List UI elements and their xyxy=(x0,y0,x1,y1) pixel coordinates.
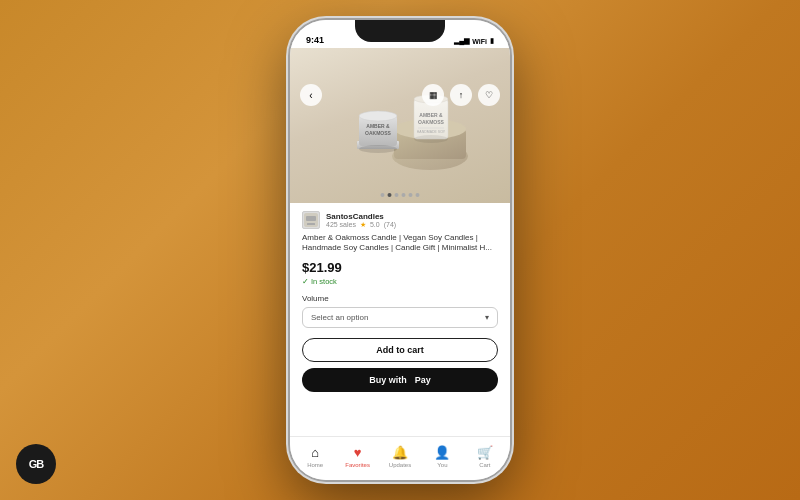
dot-5 xyxy=(409,193,413,197)
dot-3 xyxy=(395,193,399,197)
bottom-nav: ⌂ Home ♥ Favorites 🔔 Updates 👤 You 🛒 Car… xyxy=(290,436,510,480)
updates-icon: 🔔 xyxy=(392,445,408,460)
signal-icon: ▂▄▆ xyxy=(454,37,469,45)
candles-svg: AMBER & OAKMOSS HANDMADE SOY AMBER & OAK… xyxy=(310,61,490,191)
pay-label: Pay xyxy=(415,375,431,385)
nav-favorites-label: Favorites xyxy=(345,462,370,468)
price-section: $21.99 ✓ In stock xyxy=(290,260,510,288)
seller-row: SantosCandles 425 sales ★ 5.0 (74) xyxy=(290,203,510,233)
nav-cart-label: Cart xyxy=(479,462,490,468)
svg-point-13 xyxy=(359,111,397,121)
nav-favorites[interactable]: ♥ Favorites xyxy=(336,445,378,468)
heart-icon: ♡ xyxy=(485,90,493,100)
buttons-section: Add to cart Buy with Pay xyxy=(290,332,510,396)
share-button[interactable]: ↑ xyxy=(450,84,472,106)
home-icon: ⌂ xyxy=(311,445,319,460)
dot-1 xyxy=(381,193,385,197)
svg-text:OAKMOSS: OAKMOSS xyxy=(418,119,445,125)
svg-text:OAKMOSS: OAKMOSS xyxy=(365,130,392,136)
back-button[interactable]: ‹ xyxy=(300,84,322,106)
nav-home-label: Home xyxy=(307,462,323,468)
favorites-icon: ♥ xyxy=(354,445,362,460)
favorite-button[interactable]: ♡ xyxy=(478,84,500,106)
cast-icon: ▦ xyxy=(429,90,438,100)
svg-text:HANDMADE SOY: HANDMADE SOY xyxy=(417,130,446,134)
seller-rating: 5.0 xyxy=(370,221,380,228)
svg-rect-18 xyxy=(306,216,316,221)
nav-updates[interactable]: 🔔 Updates xyxy=(379,445,421,468)
nav-cart[interactable]: 🛒 Cart xyxy=(464,445,506,468)
top-actions: ▦ ↑ ♡ xyxy=(422,84,500,106)
rating-star: ★ xyxy=(360,221,366,229)
product-image-area: ‹ ▦ ↑ ♡ xyxy=(290,48,510,203)
buy-with-label: Buy with xyxy=(369,375,407,385)
nav-you-label: You xyxy=(437,462,447,468)
product-title: Amber & Oakmoss Candle | Vegan Soy Candl… xyxy=(290,233,510,260)
dot-2 xyxy=(388,193,392,197)
chevron-down-icon: ▾ xyxy=(485,313,489,322)
back-icon: ‹ xyxy=(309,90,312,101)
phone-frame: 9:41 ▂▄▆ WiFi ▮ ‹ ▦ ↑ ♡ xyxy=(290,20,510,480)
svg-point-16 xyxy=(359,145,397,153)
buy-with-pay-button[interactable]: Buy with Pay xyxy=(302,368,498,392)
nav-updates-label: Updates xyxy=(389,462,411,468)
volume-placeholder: Select an option xyxy=(311,313,368,322)
product-info: SantosCandles 425 sales ★ 5.0 (74) Amber… xyxy=(290,203,510,436)
notch xyxy=(355,20,445,42)
cart-icon: 🛒 xyxy=(477,445,493,460)
image-dots xyxy=(381,193,420,197)
product-price: $21.99 xyxy=(302,260,498,275)
stock-status: ✓ In stock xyxy=(302,277,498,286)
seller-avatar xyxy=(302,211,320,229)
dot-4 xyxy=(402,193,406,197)
cast-button[interactable]: ▦ xyxy=(422,84,444,106)
svg-text:AMBER &: AMBER & xyxy=(366,123,390,129)
status-time: 9:41 xyxy=(306,35,324,45)
svg-point-9 xyxy=(414,135,448,143)
volume-select[interactable]: Select an option ▾ xyxy=(302,307,498,328)
wifi-icon: WiFi xyxy=(472,38,487,45)
svg-rect-19 xyxy=(307,223,315,225)
volume-label: Volume xyxy=(302,294,498,303)
status-icons: ▂▄▆ WiFi ▮ xyxy=(454,37,494,45)
add-to-cart-button[interactable]: Add to cart xyxy=(302,338,498,362)
seller-reviews: (74) xyxy=(384,221,396,228)
dot-6 xyxy=(416,193,420,197)
seller-sales: 425 sales xyxy=(326,221,356,228)
profile-icon: 👤 xyxy=(434,445,450,460)
nav-home[interactable]: ⌂ Home xyxy=(294,445,336,468)
svg-text:AMBER &: AMBER & xyxy=(419,112,443,118)
battery-icon: ▮ xyxy=(490,37,494,45)
share-icon: ↑ xyxy=(459,90,464,100)
nav-you[interactable]: 👤 You xyxy=(421,445,463,468)
seller-name[interactable]: SantosCandles xyxy=(326,212,498,221)
seller-stats: 425 sales ★ 5.0 (74) xyxy=(326,221,498,229)
seller-info: SantosCandles 425 sales ★ 5.0 (74) xyxy=(326,212,498,229)
checkmark-icon: ✓ xyxy=(302,277,309,286)
candles-display: AMBER & OAKMOSS HANDMADE SOY AMBER & OAK… xyxy=(290,48,510,203)
stock-label: In stock xyxy=(311,277,337,286)
gb-logo: GB xyxy=(16,444,56,484)
volume-section: Volume Select an option ▾ xyxy=(290,288,510,332)
